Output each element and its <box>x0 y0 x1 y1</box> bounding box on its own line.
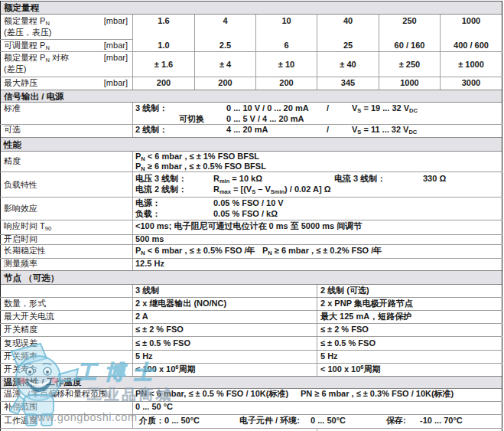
row-label: 响应时间 T90 <box>4 221 51 231</box>
value-cell: ± 1.6 <box>133 60 194 70</box>
wire-type: 2 线制： <box>135 125 167 135</box>
row-label-line2: (差压，表压) <box>4 28 51 38</box>
section-title-contacts: 节点 （可选） <box>4 273 59 283</box>
value-cell: 2 x PNP 集电极开路节点 <box>320 299 413 309</box>
value-cell: 2 x 继电器输出 (NO/NC) <box>135 299 226 309</box>
storage-label: 保存: <box>386 416 406 426</box>
value-cell: ≤ ± 2 % FSO <box>135 325 184 335</box>
rmin-value: Rmin = 10 kΩ <box>213 174 262 184</box>
section-title-rated-range: 额定量程 <box>4 3 39 13</box>
value-cell: ± 250 <box>379 60 440 70</box>
value-cell: 200 <box>133 78 194 88</box>
value-cell: 5 Hz <box>135 351 153 361</box>
section-title-temperature: 温漂特性 / 工作温度 <box>4 377 82 387</box>
switchable-label: 可切换 <box>179 114 204 124</box>
supply-voltage: VS = 19 ... 32 VDC <box>352 103 418 113</box>
row-label: 负载特性 <box>4 180 37 190</box>
medium-value: 0 ... 50°C <box>164 416 200 426</box>
value-cell: ± 40 <box>317 60 379 70</box>
value-cell: ≤ ± 2 % FSO <box>320 325 369 335</box>
drift-high-range: PN ≥ 6 mbar , ≤ ± 0.3% FSO / 10K(标准) <box>301 389 454 399</box>
row-label: 长期稳定性 <box>4 246 46 256</box>
section-title-performance: 性能 <box>4 140 21 150</box>
supply-label: 电源： <box>135 198 161 208</box>
output-range: 4 ... 20 mA <box>226 125 268 135</box>
value-cell: < 100 x 106周期 <box>135 364 195 374</box>
value-cell: ≤ ± 0.5 % FSO <box>135 338 190 348</box>
unit-label: [mbar] <box>0 53 128 63</box>
value-cell: 250 <box>379 16 440 26</box>
value-cell: ± 10 <box>256 60 317 70</box>
stability-low-range: PN < 6 mbar , ≤ ± 0.5% FSO /年 <box>135 246 255 256</box>
value-cell: 4 <box>195 16 255 26</box>
value-cell: 5 Hz <box>320 351 338 361</box>
value-cell: 最大 125 mA，短路保护 <box>320 312 411 322</box>
voltage-wire-label: 电压 3 线制： <box>135 174 187 184</box>
load-label: 负载： <box>135 209 161 219</box>
row-label: 温漂 （零点偏移和量程范围） <box>4 389 115 399</box>
electronics-label: 电子元件 / 环境: <box>239 416 300 426</box>
contact-col1-header: 3 线制 <box>135 286 159 295</box>
row-label: 影响效应 <box>4 204 37 214</box>
row-label: 数量，形式 <box>4 299 46 309</box>
value-cell: 2.5 <box>195 41 255 51</box>
section-header-rated-range <box>0 1 502 15</box>
section-header-contacts <box>0 270 502 285</box>
row-label: 可选 <box>4 125 21 135</box>
output-range-2: 0 ... 5 V / 4 ... 20 mA <box>226 114 304 124</box>
supply-value: 0.05 % FSO / 10 V <box>213 198 284 208</box>
section-header-signal-output <box>0 90 502 103</box>
datasheet-page: 额定量程 信号输出 / 电源 性能 节点 （可选） 温漂特性 / 工作温度 额定… <box>0 0 504 431</box>
section-header-performance <box>0 137 502 152</box>
value-cell: 345 <box>317 78 379 88</box>
unit-label: [mbar] <box>0 78 128 88</box>
value-cell: 500 ms <box>135 234 164 244</box>
value-cell: 0 ... 50 °C <box>135 402 173 412</box>
medium-label: 介质： <box>139 416 164 426</box>
separator: / <box>327 125 329 135</box>
value-cell: < 100 x 106周期 <box>320 364 380 374</box>
wire-type: 3 线制： <box>135 103 167 113</box>
value-cell: 12.5 Hz <box>135 259 164 269</box>
watermark-url: www.gongboshi.com <box>29 411 138 423</box>
row-label: 测量频率 <box>4 259 37 269</box>
value-cell: ± 1000 <box>441 60 502 70</box>
electronics-value: 0 ... 50°C <box>311 416 346 426</box>
accuracy-line2: PN ≥ 6 mbar , ≤ ± 0.5% FSO BFSL <box>135 162 266 171</box>
value-cell: 200 <box>195 78 255 88</box>
row-label: 工作温度 <box>4 416 37 426</box>
row-label: 精度 <box>4 156 21 166</box>
row-label: 补偿范围 <box>4 402 37 412</box>
row-label: 开关频率 <box>4 351 37 361</box>
row-label: 标准 <box>4 103 21 113</box>
row-label: 开关寿命 <box>4 364 37 374</box>
unit-label: [mbar] <box>0 16 128 26</box>
current-2wire-label: 电流 2 线制： <box>135 184 187 194</box>
load-value: 0.05 % FSO / kΩ <box>213 209 278 219</box>
value-cell: 6 <box>256 41 317 51</box>
row-label: 开关精度 <box>4 325 37 335</box>
unit-label: [mbar] <box>0 41 128 51</box>
value-cell: 1.6 <box>133 16 194 26</box>
row-label: 复现误差 <box>4 338 37 348</box>
output-range: 0 ... 10 V / 0 ... 20 mA <box>226 103 309 113</box>
drift-low-range: PN < 6 mbar, ≤ ± 0.5 % FSO / 10K(标准) <box>135 389 288 399</box>
value-cell: <100 ms; 电子阻尼可通过电位计在 0 ms 至 5000 ms 间调节 <box>135 221 362 231</box>
value-cell: 2 A <box>135 312 148 322</box>
rmax-value: Rmax = [(VS – VSmin) / 0.02 A] Ω <box>213 184 330 194</box>
value-cell: ≤ ± 0.5 % FSO <box>320 338 376 348</box>
supply-voltage: VS = 11 ... 32 VDC <box>352 125 417 135</box>
contact-col2-header: 2 线制 (可选) <box>320 286 369 295</box>
value-cell: 200 <box>256 78 317 88</box>
value-cell: ± 4 <box>195 60 255 70</box>
value-cell: 1.0 <box>133 41 194 51</box>
row-label-line2: (差压) <box>4 64 26 74</box>
row-label: 最大开关电流 <box>4 312 54 322</box>
value-cell: 10 <box>256 16 317 26</box>
accuracy-line1: PN < 6 mbar , ≤ ± 1% FSO BFSL <box>135 152 259 162</box>
current-3wire-label: 电流 3 线制： <box>334 174 385 184</box>
stability-high-range: PN ≥ 6 mbar , ≤ ± 0.2% FSO /年 <box>262 246 382 256</box>
value-cell: 400 / 600 <box>441 41 502 51</box>
value-cell: 1000 <box>441 16 502 26</box>
row-label: 开启时间 <box>4 234 37 244</box>
